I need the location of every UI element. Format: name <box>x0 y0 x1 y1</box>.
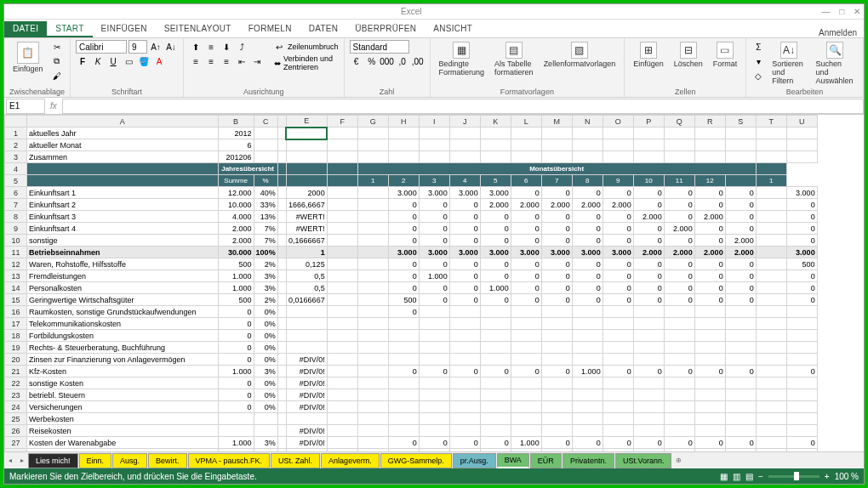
cell[interactable] <box>277 342 286 354</box>
cell[interactable] <box>725 389 756 401</box>
col-header[interactable]: Q <box>664 116 694 128</box>
cell[interactable] <box>327 449 357 452</box>
cell[interactable] <box>602 330 633 342</box>
cell[interactable]: 201206 <box>218 151 254 163</box>
cell[interactable]: 0 <box>664 282 694 294</box>
align-bottom-icon[interactable]: ⬇ <box>220 40 233 54</box>
cell[interactable] <box>511 151 541 163</box>
cell[interactable]: 0 <box>725 437 756 449</box>
cell[interactable]: 0 <box>388 437 419 449</box>
cell[interactable]: 3.000 <box>480 247 511 258</box>
cell[interactable] <box>419 342 449 354</box>
cell[interactable] <box>725 401 756 413</box>
cell[interactable] <box>277 377 286 389</box>
cell[interactable] <box>357 318 388 330</box>
cell[interactable] <box>449 318 480 330</box>
ribbon-tab-überprüfen[interactable]: ÜBERPRÜFEN <box>346 21 425 37</box>
ribbon-tab-seitenlayout[interactable]: SEITENLAYOUT <box>156 21 240 37</box>
cell[interactable] <box>357 282 388 294</box>
cell[interactable]: 0 <box>541 270 572 282</box>
cell[interactable]: 12.000 <box>218 187 254 199</box>
format-painter-icon[interactable]: 🖌 <box>50 69 64 82</box>
cell[interactable] <box>277 425 286 437</box>
cell[interactable] <box>327 354 357 366</box>
cell[interactable] <box>388 413 419 425</box>
cell[interactable] <box>541 342 572 354</box>
cell[interactable]: 0 <box>480 223 511 235</box>
col-header[interactable]: O <box>602 116 633 128</box>
cell[interactable]: 0,5 <box>286 282 327 294</box>
cell[interactable] <box>277 294 286 306</box>
zoom-in-icon[interactable]: + <box>825 472 830 481</box>
align-top-icon[interactable]: ⬆ <box>189 40 203 54</box>
cell[interactable] <box>511 377 541 389</box>
cell[interactable] <box>449 413 480 425</box>
cell[interactable]: 0 <box>786 235 817 247</box>
cell[interactable] <box>756 151 786 163</box>
cell[interactable] <box>254 128 277 139</box>
cell[interactable]: 0 <box>218 342 254 354</box>
cell[interactable]: 0 <box>572 211 602 223</box>
cell[interactable]: 0 <box>419 258 449 270</box>
cell[interactable] <box>327 247 357 258</box>
cell[interactable] <box>725 151 756 163</box>
cell[interactable]: 0 <box>388 366 419 377</box>
cell[interactable] <box>756 318 786 330</box>
sheet-tab[interactable]: Lies mich! <box>28 453 78 468</box>
cell[interactable] <box>419 139 449 151</box>
cell[interactable]: Fortbildungskosten <box>27 330 219 342</box>
cell[interactable]: 0 <box>786 223 817 235</box>
cell[interactable] <box>572 139 602 151</box>
cell[interactable] <box>633 128 664 139</box>
cell[interactable]: 0 <box>664 199 694 211</box>
cell[interactable] <box>602 413 633 425</box>
as-table-button[interactable]: ▤Als Tabelle formatieren <box>491 40 537 78</box>
cell[interactable] <box>664 354 694 366</box>
cell[interactable]: 0 <box>388 223 419 235</box>
cell[interactable]: Telekommunikationskosten <box>27 318 219 330</box>
cell[interactable]: 0 <box>449 294 480 306</box>
autosum-icon[interactable]: Σ <box>751 40 765 54</box>
cell[interactable]: 0% <box>254 330 277 342</box>
cell[interactable]: 0 <box>480 258 511 270</box>
cell[interactable]: Personalkosten <box>27 282 219 294</box>
cell[interactable] <box>327 413 357 425</box>
cell[interactable] <box>286 151 327 163</box>
cell[interactable]: 0,5 <box>286 270 327 282</box>
cell[interactable]: 0 <box>218 401 254 413</box>
cell[interactable]: 0 <box>694 437 725 449</box>
cell[interactable] <box>357 342 388 354</box>
signin-link[interactable]: Anmelden <box>819 28 864 37</box>
cell[interactable] <box>277 151 286 163</box>
col-header[interactable]: L <box>511 116 541 128</box>
cell[interactable]: Fremdleistungen <box>27 270 219 282</box>
sheet-tab[interactable]: USt. Zahl. <box>271 453 320 468</box>
cell[interactable]: 0 <box>725 258 756 270</box>
cell[interactable] <box>694 354 725 366</box>
row-header[interactable]: 22 <box>5 377 27 389</box>
cell[interactable]: 0 <box>480 366 511 377</box>
view-layout-icon[interactable]: ▥ <box>733 472 740 481</box>
cell[interactable] <box>357 425 388 437</box>
cell[interactable]: 0 <box>511 223 541 235</box>
cell[interactable]: 3.000 <box>480 187 511 199</box>
cell[interactable] <box>633 342 664 354</box>
cell[interactable] <box>480 449 511 452</box>
cell[interactable]: 0 <box>786 270 817 282</box>
align-center-icon[interactable]: ≡ <box>204 54 218 68</box>
cell[interactable] <box>419 151 449 163</box>
cell[interactable] <box>449 354 480 366</box>
cell[interactable] <box>511 306 541 318</box>
cell[interactable] <box>388 330 419 342</box>
cell[interactable] <box>725 425 756 437</box>
zoom-slider[interactable] <box>768 475 819 478</box>
cell[interactable]: 1.000 <box>218 282 254 294</box>
cell[interactable]: sonstige Kosten <box>27 377 219 389</box>
cell[interactable] <box>277 258 286 270</box>
cell[interactable] <box>357 437 388 449</box>
cell[interactable]: 0 <box>786 366 817 377</box>
row-header[interactable]: 24 <box>5 401 27 413</box>
find-select-button[interactable]: 🔍Suchen und Auswählen <box>813 40 858 87</box>
cell[interactable]: 3.000 <box>786 247 817 258</box>
cell[interactable]: 0 <box>218 318 254 330</box>
